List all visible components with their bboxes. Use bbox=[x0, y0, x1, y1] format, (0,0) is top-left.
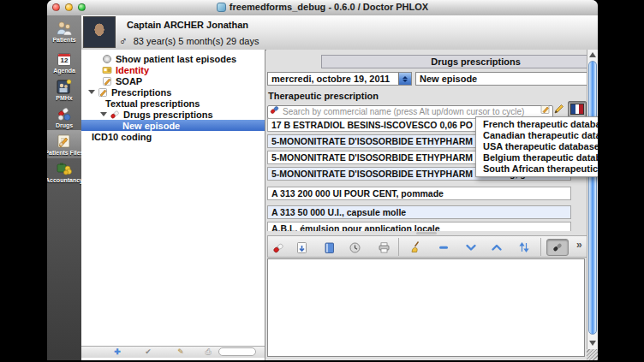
sidebar-item-drugs[interactable]: Drugs bbox=[47, 103, 81, 131]
sidebar-label: Agenda bbox=[53, 68, 75, 74]
app-icon bbox=[217, 3, 226, 12]
tree-item-drugs-prescriptions[interactable]: Drugs prescriptions bbox=[81, 109, 265, 120]
drug-list-item[interactable]: A 313 200 000 UI POUR CENT, pommade bbox=[267, 187, 571, 200]
prescription-editor[interactable] bbox=[267, 258, 585, 357]
patient-header: Captain ARCHER Jonathan ♂ 83 year(s) 5 m… bbox=[81, 15, 598, 50]
agenda-icon: 12 bbox=[55, 50, 74, 68]
sidebar-label: Patients bbox=[52, 37, 75, 43]
note-pencil-icon bbox=[102, 76, 112, 86]
print-button[interactable]: ⎙ bbox=[203, 347, 213, 357]
pencil-icon[interactable] bbox=[552, 102, 565, 116]
scrollbar-thumb[interactable] bbox=[588, 61, 597, 335]
sidebar-item-patients[interactable]: Patients bbox=[47, 17, 81, 45]
drug-list-item[interactable]: A 313 50 000 U.I., capsule molle bbox=[267, 205, 571, 219]
pmhx-icon bbox=[55, 78, 74, 95]
prescription-panel: Drugs prescriptions mercredi, octobre 19… bbox=[266, 50, 598, 360]
sidebar-label: Patients Files bbox=[47, 150, 84, 156]
tree-item-icd10-coding[interactable]: ICD10 coding bbox=[81, 131, 265, 142]
toolbar-separator bbox=[398, 238, 399, 256]
sort-arrows-icon[interactable] bbox=[516, 240, 532, 255]
drug-list-item[interactable]: A.B.L. émulsion pour application locale bbox=[267, 222, 571, 231]
male-gender-icon: ♂ bbox=[119, 34, 128, 47]
episode-title-field[interactable]: New episode bbox=[415, 72, 598, 86]
validate-button[interactable]: ✔ bbox=[143, 347, 153, 357]
menu-item-south-african-db[interactable]: South African therapeutic database bbox=[476, 163, 598, 175]
app-window: freemedforms_debug - 0.6.0 / Doctor PHLO… bbox=[47, 0, 598, 360]
edit-search-icon[interactable] bbox=[540, 104, 551, 115]
french-flag-icon bbox=[570, 104, 584, 115]
tree-item-textual-prescriptions[interactable]: Textual prescriptions bbox=[81, 98, 265, 109]
sidebar-item-agenda[interactable]: 12 Agenda bbox=[47, 48, 81, 76]
remove-minus-icon[interactable] bbox=[436, 240, 451, 255]
screen: freemedforms_debug - 0.6.0 / Doctor PHLO… bbox=[0, 0, 644, 362]
printer-icon[interactable] bbox=[376, 240, 391, 255]
chevron-down-icon[interactable] bbox=[463, 240, 479, 255]
expand-triangle-icon[interactable] bbox=[100, 112, 107, 116]
accountancy-icon bbox=[55, 160, 74, 177]
toolbar-separator bbox=[540, 238, 541, 256]
note-pencil-icon bbox=[98, 87, 108, 98]
drug-database-flag-button[interactable] bbox=[568, 101, 587, 117]
toolbar-overflow-chevron[interactable]: » bbox=[576, 239, 582, 251]
interaction-clock-icon[interactable] bbox=[347, 240, 362, 255]
panel-scrollbar[interactable] bbox=[587, 50, 598, 360]
menu-item-usa-db[interactable]: USA therapeutic database bbox=[476, 141, 598, 152]
red-pill-icon bbox=[110, 110, 120, 120]
pill-icon bbox=[270, 105, 279, 115]
patient-file-tree: Show patient last episodes Identity SOAP… bbox=[81, 50, 265, 360]
therapeutic-database-menu: French therapeutic database Canadian the… bbox=[475, 116, 598, 177]
window-title: freemedforms_debug - 0.6.0 / Doctor PHLO… bbox=[230, 2, 428, 12]
sidebar-label: PMHx bbox=[56, 95, 72, 101]
patient-age: 83 year(s) 5 month(s) 29 days bbox=[134, 36, 259, 46]
book-icon[interactable] bbox=[321, 240, 337, 255]
splitter-handle[interactable] bbox=[416, 232, 437, 234]
resize-grip[interactable] bbox=[587, 349, 598, 360]
menu-item-french-db[interactable]: French therapeutic database bbox=[476, 119, 598, 130]
scroll-up-arrow-icon[interactable] bbox=[589, 52, 596, 57]
panel-title: Drugs prescriptions bbox=[321, 55, 598, 68]
tree-item-new-episode[interactable]: New episode bbox=[81, 120, 265, 131]
expand-triangle-icon[interactable] bbox=[88, 90, 95, 94]
episodes-icon bbox=[102, 54, 112, 64]
app-sidebar: Patients 12 Agenda PMHx Drugs bbox=[47, 15, 81, 360]
sidebar-label: Drugs bbox=[56, 122, 73, 128]
tree-item-prescriptions[interactable]: Prescriptions bbox=[81, 86, 265, 98]
add-episode-button[interactable]: ✚ bbox=[112, 347, 122, 357]
identity-card-icon bbox=[102, 65, 112, 75]
sidebar-item-patients-files[interactable]: Patients Files bbox=[47, 130, 81, 158]
sidebar-item-accountancy[interactable]: Accountancy bbox=[47, 157, 81, 186]
sidebar-item-pmhx[interactable]: PMHx bbox=[47, 75, 81, 104]
section-title: Therapeutic prescription bbox=[268, 91, 379, 101]
save-template-icon[interactable] bbox=[294, 240, 309, 255]
drug-search bbox=[267, 103, 553, 116]
clear-broom-icon[interactable] bbox=[408, 240, 424, 255]
title-bar: freemedforms_debug - 0.6.0 / Doctor PHLO… bbox=[47, 0, 598, 16]
menu-item-canadian-db[interactable]: Canadian therapeutic database bbox=[476, 130, 598, 141]
scroll-down-arrow-icon[interactable] bbox=[589, 341, 596, 346]
sidebar-label: Accountancy bbox=[47, 177, 83, 183]
tree-item-soap[interactable]: SOAP bbox=[81, 75, 265, 86]
prescribe-pill-icon[interactable] bbox=[271, 240, 286, 255]
patients-icon bbox=[55, 20, 74, 37]
patient-photo[interactable] bbox=[83, 16, 116, 48]
patient-name: Captain ARCHER Jonathan bbox=[127, 20, 248, 30]
chevron-up-icon[interactable] bbox=[489, 240, 504, 255]
edit-button[interactable]: ✎ bbox=[176, 347, 186, 357]
tree-footer-toolbar: ✚ ✔ ✎ ⎙ bbox=[81, 346, 265, 358]
tree-item-identity[interactable]: Identity bbox=[81, 64, 265, 75]
prescription-toolbar: » bbox=[267, 235, 587, 258]
menu-item-belgium-db[interactable]: Belgium therapeutic database bbox=[476, 152, 598, 163]
chevron-updown-icon[interactable] bbox=[398, 73, 411, 85]
episode-date-combobox[interactable]: mercredi, octobre 19, 2011 bbox=[267, 72, 412, 86]
patients-files-icon bbox=[55, 133, 74, 150]
tree-item-show-last-episodes[interactable]: Show patient last episodes bbox=[81, 53, 265, 64]
drugs-icon bbox=[55, 105, 74, 122]
horizontal-scrollbar[interactable] bbox=[218, 347, 256, 356]
pill-toggle-button[interactable] bbox=[546, 239, 569, 256]
